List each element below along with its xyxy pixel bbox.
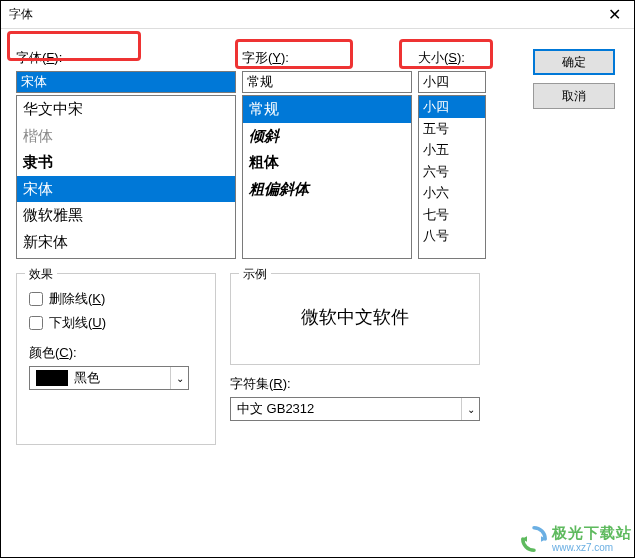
font-dialog: 字体 ✕ 字体(F): 华文中宋 楷体 隶书 宋体 微软雅黑 新宋体 幼圆: [0, 0, 635, 558]
color-row: 颜色(C): 黑色 ⌄: [29, 344, 203, 390]
strikeout-checkbox[interactable]: [29, 292, 43, 306]
ok-button[interactable]: 确定: [533, 49, 615, 75]
font-listbox[interactable]: 华文中宋 楷体 隶书 宋体 微软雅黑 新宋体 幼圆: [16, 95, 236, 259]
list-item[interactable]: 常规: [243, 96, 411, 123]
charset-label: 字符集(R):: [230, 375, 480, 393]
font-input[interactable]: [16, 71, 236, 93]
font-label: 字体(F):: [16, 49, 236, 67]
watermark: 极光下载站 www.xz7.com: [520, 525, 632, 553]
font-column: 字体(F): 华文中宋 楷体 隶书 宋体 微软雅黑 新宋体 幼圆: [16, 49, 236, 259]
color-select[interactable]: 黑色 ⌄: [29, 366, 189, 390]
window-title: 字体: [9, 6, 33, 23]
charset-value: 中文 GB2312: [237, 400, 461, 418]
list-item[interactable]: 五号: [419, 118, 485, 140]
color-label: 颜色(C):: [29, 344, 203, 362]
watermark-name: 极光下载站: [552, 525, 632, 542]
dialog-content: 字体(F): 华文中宋 楷体 隶书 宋体 微软雅黑 新宋体 幼圆 字形(Y): …: [1, 29, 634, 455]
cancel-button[interactable]: 取消: [533, 83, 615, 109]
charset-select[interactable]: 中文 GB2312 ⌄: [230, 397, 480, 421]
top-row: 字体(F): 华文中宋 楷体 隶书 宋体 微软雅黑 新宋体 幼圆 字形(Y): …: [16, 49, 619, 259]
right-column: 示例 微软中文软件 字符集(R): 中文 GB2312 ⌄: [230, 273, 480, 445]
size-label: 大小(S):: [418, 49, 486, 67]
effects-title: 效果: [25, 266, 57, 283]
sample-groupbox: 示例 微软中文软件: [230, 273, 480, 365]
sample-title: 示例: [239, 266, 271, 283]
style-listbox[interactable]: 常规 倾斜 粗体 粗偏斜体: [242, 95, 412, 259]
size-column: 大小(S): 小四 五号 小五 六号 小六 七号 八号: [418, 49, 486, 259]
titlebar: 字体 ✕: [1, 1, 634, 29]
strikeout-label[interactable]: 删除线(K): [49, 290, 105, 308]
list-item[interactable]: 幼圆: [17, 255, 235, 259]
underline-row: 下划线(U): [29, 314, 203, 332]
list-item[interactable]: 七号: [419, 204, 485, 226]
underline-label[interactable]: 下划线(U): [49, 314, 106, 332]
watermark-logo-icon: [520, 525, 548, 553]
list-item[interactable]: 倾斜: [243, 123, 411, 150]
style-column: 字形(Y): 常规 倾斜 粗体 粗偏斜体: [242, 49, 412, 259]
color-name: 黑色: [74, 369, 170, 387]
color-swatch: [36, 370, 68, 386]
list-item[interactable]: 楷体: [17, 123, 235, 150]
list-item[interactable]: 新宋体: [17, 229, 235, 256]
list-item[interactable]: 粗体: [243, 149, 411, 176]
list-item[interactable]: 粗偏斜体: [243, 176, 411, 203]
list-item[interactable]: 六号: [419, 161, 485, 183]
size-listbox[interactable]: 小四 五号 小五 六号 小六 七号 八号: [418, 95, 486, 259]
list-item[interactable]: 华文中宋: [17, 96, 235, 123]
strikeout-row: 删除线(K): [29, 290, 203, 308]
effects-groupbox: 效果 删除线(K) 下划线(U) 颜色(C): 黑色 ⌄: [16, 273, 216, 445]
list-item[interactable]: 隶书: [17, 149, 235, 176]
watermark-text: 极光下载站 www.xz7.com: [552, 525, 632, 553]
chevron-down-icon: ⌄: [170, 367, 188, 389]
list-item[interactable]: 小六: [419, 182, 485, 204]
underline-checkbox[interactable]: [29, 316, 43, 330]
button-column: 确定 取消: [492, 49, 619, 259]
close-button[interactable]: ✕: [594, 1, 634, 29]
list-item[interactable]: 小五: [419, 139, 485, 161]
watermark-url: www.xz7.com: [552, 542, 632, 553]
chevron-down-icon: ⌄: [461, 398, 479, 420]
list-item[interactable]: 宋体: [17, 176, 235, 203]
charset-row: 字符集(R): 中文 GB2312 ⌄: [230, 375, 480, 421]
style-input[interactable]: [242, 71, 412, 93]
list-item[interactable]: 小四: [419, 96, 485, 118]
close-icon: ✕: [608, 5, 621, 24]
list-item[interactable]: 八号: [419, 225, 485, 247]
list-item[interactable]: 微软雅黑: [17, 202, 235, 229]
style-label: 字形(Y):: [242, 49, 412, 67]
mid-row: 效果 删除线(K) 下划线(U) 颜色(C): 黑色 ⌄: [16, 273, 619, 445]
size-input[interactable]: [418, 71, 486, 93]
sample-text: 微软中文软件: [301, 305, 409, 329]
